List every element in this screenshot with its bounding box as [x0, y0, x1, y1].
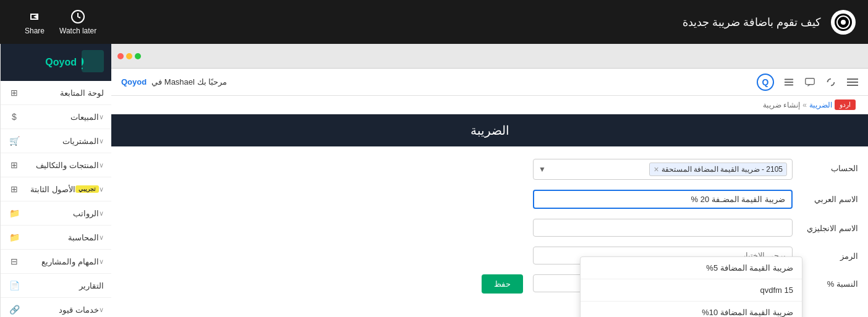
svg-rect-8 — [82, 50, 104, 72]
hamburger-menu[interactable] — [846, 76, 858, 88]
refresh-icon[interactable] — [823, 75, 838, 90]
brand-name: Qoyod — [121, 77, 147, 87]
form-area: الحساب 2105 - ضريبة القيمة المضافة المست… — [111, 146, 868, 317]
sidebar-item-sales[interactable]: ∨ المبيعات $ — [1, 105, 111, 129]
svg-text:Q: Q — [82, 54, 84, 69]
reports-icon: 📄 — [8, 279, 20, 292]
svg-rect-6 — [785, 82, 793, 83]
salaries-icon: 📁 — [8, 207, 20, 219]
account-tag: 2105 - ضريبة القيمة المضافة المستحقة × — [649, 163, 787, 176]
svg-rect-5 — [785, 78, 793, 80]
video-area: Q مرحبًا بك Mashael في Qoyod اردو الضريب… — [111, 44, 868, 317]
dropdown-item-2[interactable]: ضريبة القيمة المضافة 10% — [581, 302, 802, 317]
arabic-name-input[interactable] — [533, 190, 793, 209]
sidebar-label-projects: المهام والمشاريع — [20, 257, 99, 266]
chevron-salaries: ∨ — [99, 209, 104, 218]
dropdown-item-0[interactable]: ضريبة القيمة المضافة 5% — [581, 257, 802, 279]
purchases-icon: 🛒 — [8, 135, 20, 147]
sidebar-label-accounting: المحاسبة — [20, 233, 99, 242]
services-icon: 🔗 — [8, 303, 20, 316]
sidebar-brand: Q Qoyod — [1, 44, 111, 81]
chevron-accounting: ∨ — [99, 234, 104, 242]
welcome-text: مرحبًا بك Mashael في — [151, 77, 227, 87]
page-header: الضريبة — [111, 114, 868, 146]
chevron-projects: ∨ — [99, 258, 104, 266]
toolbar-icons — [781, 75, 838, 90]
tag-dropdown-arrow[interactable]: ▼ — [538, 165, 546, 174]
products-icon: ⊞ — [8, 159, 20, 171]
account-label: الحساب — [802, 159, 858, 173]
sidebar-item-salaries[interactable]: ∨ الرواتب 📁 — [1, 201, 111, 226]
sidebar-label-sales: المبيعات — [20, 112, 99, 122]
channel-logo — [831, 10, 856, 35]
browser-dots — [117, 53, 141, 59]
app-toolbar: Q مرحبًا بك Mashael في Qoyod — [111, 69, 868, 96]
svg-rect-4 — [806, 78, 814, 84]
sidebar-item-assets[interactable]: ∨ تجريبي الأصول الثابتة ⊞ — [1, 177, 111, 201]
sidebar-item-dashboard[interactable]: لوحة المتابعة ⊞ — [1, 81, 111, 105]
sidebar-item-reports[interactable]: التقارير 📄 — [1, 274, 111, 298]
english-name-input[interactable] — [533, 219, 793, 237]
dashboard-icon: ⊞ — [8, 87, 20, 99]
right-sidebar: Q Qoyod لوحة المتابعة ⊞ ∨ المبيعات $ ∨ ا… — [0, 44, 111, 317]
sidebar-item-products[interactable]: ∨ المنتجات والتكاليف ⊞ — [1, 153, 111, 177]
dot-red — [117, 53, 124, 59]
chevron-sales: ∨ — [99, 113, 104, 121]
sidebar-label-reports: التقارير — [20, 281, 104, 290]
dot-green — [135, 53, 141, 59]
chevron-purchases: ∨ — [99, 137, 104, 145]
english-name-row: الاسم الانجليزي — [121, 219, 858, 237]
sidebar-label-assets: الأصول الثابتة — [20, 185, 75, 194]
save-button[interactable]: حفظ — [482, 274, 523, 294]
percentage-label: النسبة % — [802, 274, 858, 289]
arabic-name-label: الاسم العربي — [802, 190, 858, 204]
toolbar-left: Q — [757, 74, 858, 91]
sidebar-label-services: خدمات قيود — [20, 305, 99, 315]
sidebar-label-dashboard: لوحة المتابعة — [20, 88, 104, 98]
trial-badge: تجريبي — [75, 185, 99, 193]
top-bar: كيف تقوم باضافة ضريبة جديدة Watch later … — [0, 0, 868, 44]
sidebar-item-projects[interactable]: ∨ المهام والمشاريع ⊟ — [1, 250, 111, 274]
account-row: الحساب 2105 - ضريبة القيمة المضافة المست… — [121, 159, 858, 180]
dropdown-item-1[interactable]: qvdfm 15 — [581, 279, 802, 302]
projects-icon: ⊟ — [8, 255, 20, 268]
sidebar-item-services[interactable]: ∨ خدمات قيود 🔗 — [1, 298, 111, 317]
main-wrapper: Q مرحبًا بك Mashael في Qoyod اردو الضريب… — [0, 44, 868, 317]
svg-rect-7 — [785, 84, 793, 85]
chevron-products: ∨ — [99, 161, 104, 169]
toolbar-right: مرحبًا بك Mashael في Qoyod — [121, 77, 227, 87]
sales-icon: $ — [8, 111, 20, 123]
breadcrumb-current: إنشاء ضريبة — [763, 101, 800, 109]
sidebar-label-products: المنتجات والتكاليف — [20, 161, 99, 170]
sidebar-brand-text: Qoyod — [45, 57, 77, 68]
svg-point-2 — [841, 20, 846, 25]
code-label: الرمز — [802, 247, 858, 261]
arabic-name-row: الاسم العربي — [121, 190, 858, 209]
dropdown-list: ضريبة القيمة المضافة 5% qvdfm 15 ضريبة ا… — [580, 256, 802, 317]
browser-chrome — [111, 44, 868, 69]
red-pill-label: اردو — [835, 99, 856, 110]
accounting-icon: 📁 — [8, 231, 20, 243]
breadcrumb: اردو الضريبة » إنشاء ضريبة — [111, 96, 868, 114]
sidebar-logo-icon: Q — [82, 50, 104, 75]
chat-icon[interactable] — [802, 75, 817, 90]
english-name-label: الاسم الانجليزي — [802, 219, 858, 233]
dot-yellow — [126, 53, 132, 59]
top-bar-actions: Watch later Share — [25, 9, 96, 35]
sidebar-label-purchases: المشتريات — [20, 137, 99, 146]
share-button[interactable]: Share — [25, 9, 45, 35]
account-control: 2105 - ضريبة القيمة المضافة المستحقة × ▼ — [533, 159, 793, 180]
chevron-assets: ∨ — [99, 185, 104, 193]
watch-later-button[interactable]: Watch later — [59, 9, 96, 35]
arabic-name-control — [533, 190, 793, 209]
chevron-services: ∨ — [99, 306, 104, 314]
assets-icon: ⊞ — [8, 183, 20, 195]
list-icon[interactable] — [781, 75, 796, 90]
breadcrumb-tax-link[interactable]: الضريبة — [809, 101, 832, 109]
tag-close-icon[interactable]: × — [653, 164, 658, 174]
sidebar-item-purchases[interactable]: ∨ المشتريات 🛒 — [1, 129, 111, 153]
video-title: كيف تقوم باضافة ضريبة جديدة — [96, 15, 821, 29]
account-tag-input[interactable]: 2105 - ضريبة القيمة المضافة المستحقة × ▼ — [533, 159, 793, 180]
sidebar-item-accounting[interactable]: ∨ المحاسبة 📁 — [1, 226, 111, 250]
sidebar-label-salaries: الرواتب — [20, 209, 99, 218]
